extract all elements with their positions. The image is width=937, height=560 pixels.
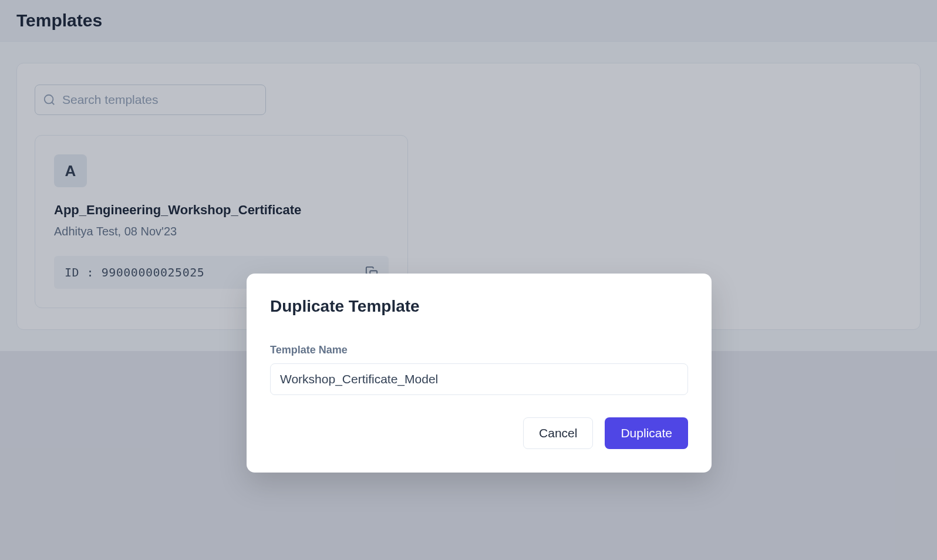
duplicate-button[interactable]: Duplicate bbox=[605, 417, 688, 449]
template-name-label: Template Name bbox=[270, 344, 688, 356]
cancel-button[interactable]: Cancel bbox=[523, 417, 593, 449]
duplicate-modal: Duplicate Template Template Name Cancel … bbox=[247, 274, 712, 473]
template-name-input[interactable] bbox=[270, 363, 688, 395]
modal-buttons: Cancel Duplicate bbox=[270, 417, 688, 449]
modal-title: Duplicate Template bbox=[270, 297, 688, 316]
